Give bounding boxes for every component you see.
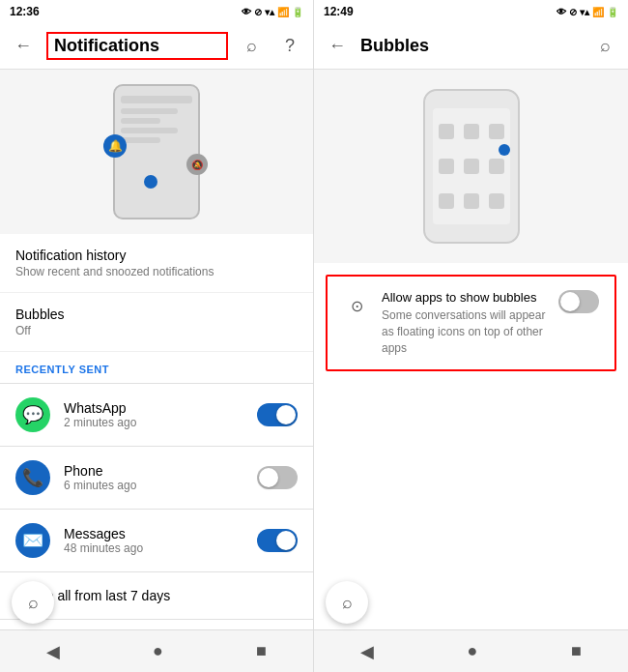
whatsapp-toggle[interactable] xyxy=(257,403,298,426)
bubbles-hero xyxy=(314,70,628,263)
grid-dot-4 xyxy=(439,159,454,174)
nav-back-left[interactable]: ◀ xyxy=(31,633,75,670)
back-button-right[interactable]: ← xyxy=(322,31,353,62)
status-icons-right: 👁 ⊘ ▾▴ 📶 🔋 xyxy=(557,7,618,17)
divider-1 xyxy=(0,383,313,384)
messages-time: 48 minutes ago xyxy=(64,541,243,555)
back-button-left[interactable]: ← xyxy=(8,31,39,62)
battery-icon: 🔋 xyxy=(292,7,303,17)
phone-item[interactable]: 📞 Phone 6 minutes ago xyxy=(0,451,313,505)
nav-home-right[interactable]: ● xyxy=(452,633,494,669)
wifi-icon-r: ▾▴ xyxy=(580,7,589,17)
nav-home-left[interactable]: ● xyxy=(137,633,179,669)
whatsapp-name: WhatsApp xyxy=(64,400,243,416)
messages-icon: ✉️ xyxy=(15,523,50,558)
bubbles-toggle-knob xyxy=(560,292,580,311)
nav-back-right[interactable]: ◀ xyxy=(345,633,389,670)
phone-inner-screen xyxy=(433,108,510,224)
grid-dot-7 xyxy=(439,193,454,209)
help-button-left[interactable]: ? xyxy=(274,31,305,62)
nav-bar-right: ⌕ ◀ ● ■ xyxy=(314,629,628,672)
blue-dot xyxy=(144,175,157,189)
bubble-setting-sub: Some conversations will appear as floati… xyxy=(382,307,547,356)
phone-time: 6 minutes ago xyxy=(64,479,243,492)
messages-toggle[interactable] xyxy=(257,529,298,552)
notif-bar xyxy=(121,96,192,103)
messages-info: Messages 48 minutes ago xyxy=(64,526,243,555)
bubble-setting-text: Allow apps to show bubbles Some conversa… xyxy=(382,290,547,356)
page-title-right: Bubbles xyxy=(360,36,582,56)
whatsapp-info: WhatsApp 2 minutes ago xyxy=(64,400,243,429)
nav-recent-left[interactable]: ■ xyxy=(241,633,282,669)
phone-toggle-knob xyxy=(259,468,278,487)
notification-history-sub: Show recent and snoozed notifications xyxy=(15,265,298,278)
search-fab-right[interactable]: ⌕ xyxy=(326,581,368,624)
page-title-left: Notifications xyxy=(46,32,228,60)
bubbles-title: Bubbles xyxy=(15,307,298,322)
blue-bell-icon: 🔔 xyxy=(103,134,127,158)
signal-icon: ⊘ xyxy=(254,7,262,17)
grid-dot-6 xyxy=(489,159,504,174)
whatsapp-item[interactable]: 💬 WhatsApp 2 minutes ago xyxy=(0,388,313,442)
nav-bar-left: ⌕ ◀ ● ■ xyxy=(0,629,313,672)
bubbles-toggle[interactable] xyxy=(558,290,599,313)
left-panel: 12:36 👁 ⊘ ▾▴ 📶 🔋 ← Notifications ⌕ ? 🔔 🔕 xyxy=(0,0,314,672)
phone-info: Phone 6 minutes ago xyxy=(64,463,243,492)
bubbles-item[interactable]: Bubbles Off xyxy=(0,293,313,352)
battery-icon-r: 🔋 xyxy=(607,7,618,17)
signal-icon-r: ⊘ xyxy=(569,7,577,17)
eye-icon-r: 👁 xyxy=(557,7,566,17)
notification-history-item[interactable]: Notification history Show recent and sno… xyxy=(0,234,313,293)
grid-dot-9 xyxy=(489,193,504,209)
whatsapp-toggle-knob xyxy=(276,405,296,424)
eye-icon: 👁 xyxy=(242,7,251,17)
grid-dot-3 xyxy=(489,124,504,139)
top-bar-left: ← Notifications ⌕ ? xyxy=(0,23,313,70)
allow-bubbles-row[interactable]: ⊙ Allow apps to show bubbles Some conver… xyxy=(326,275,616,371)
nav-recent-right[interactable]: ■ xyxy=(556,633,597,669)
grid-dot-8 xyxy=(464,193,479,209)
time-left: 12:36 xyxy=(10,5,40,18)
wifi-icon: ▾▴ xyxy=(265,7,274,17)
notif-line-4 xyxy=(121,137,160,143)
messages-toggle-knob xyxy=(276,531,296,550)
grid-dot-1 xyxy=(439,124,454,139)
bubbles-sub: Off xyxy=(15,324,298,337)
messages-item[interactable]: ✉️ Messages 48 minutes ago xyxy=(0,513,313,568)
right-panel: 12:49 👁 ⊘ ▾▴ 📶 🔋 ← Bubbles ⌕ xyxy=(314,0,628,672)
bubble-setting-title: Allow apps to show bubbles xyxy=(382,290,547,305)
divider-5 xyxy=(0,619,313,620)
bubble-indicator xyxy=(499,144,510,156)
divider-3 xyxy=(0,509,313,510)
settings-list: Notification history Show recent and sno… xyxy=(0,234,313,629)
whatsapp-icon: 💬 xyxy=(15,397,50,432)
phone-name: Phone xyxy=(64,463,243,479)
status-bar-right: 12:49 👁 ⊘ ▾▴ 📶 🔋 xyxy=(314,0,628,23)
bubbles-phone-mockup xyxy=(423,89,520,244)
signal-bars-icon-r: 📶 xyxy=(592,7,604,17)
search-button-right[interactable]: ⌕ xyxy=(589,31,620,62)
top-bar-right: ← Bubbles ⌕ xyxy=(314,23,628,70)
signal-bars-icon: 📶 xyxy=(277,7,289,17)
phone-icon: 📞 xyxy=(15,460,50,495)
status-bar-left: 12:36 👁 ⊘ ▾▴ 📶 🔋 xyxy=(0,0,313,23)
divider-2 xyxy=(0,446,313,447)
hero-image-left: 🔔 🔕 xyxy=(0,70,313,234)
notif-line-3 xyxy=(121,128,178,133)
messages-name: Messages xyxy=(64,526,243,541)
search-fab-left[interactable]: ⌕ xyxy=(12,581,54,624)
grid-dot-5 xyxy=(464,159,479,174)
gray-nobell-icon: 🔕 xyxy=(186,154,208,175)
status-icons-left: 👁 ⊘ ▾▴ 📶 🔋 xyxy=(242,7,303,17)
bubble-setting-icon: ⊙ xyxy=(343,292,370,319)
grid-dot-2 xyxy=(464,124,479,139)
time-right: 12:49 xyxy=(324,5,354,18)
recently-sent-label: RECENTLY SENT xyxy=(0,352,313,379)
phone-mockup: 🔔 🔕 xyxy=(113,84,200,219)
phone-toggle[interactable] xyxy=(257,466,298,489)
notif-line-2 xyxy=(121,118,160,124)
search-button-left[interactable]: ⌕ xyxy=(236,31,267,62)
whatsapp-time: 2 minutes ago xyxy=(64,416,243,429)
divider-4 xyxy=(0,571,313,572)
notif-lines xyxy=(121,108,192,143)
